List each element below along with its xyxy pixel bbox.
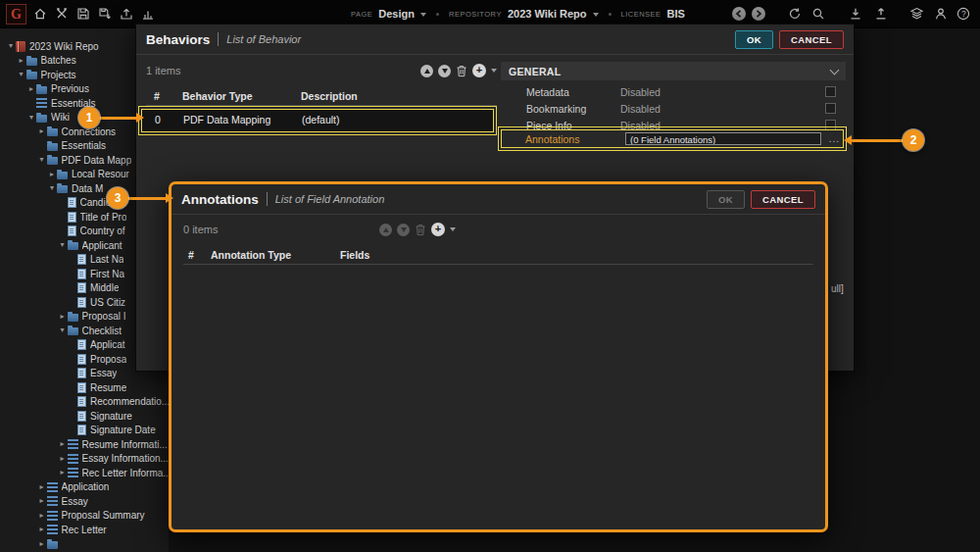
svg-text:?: ? [961,9,966,19]
items-count: 1 items [146,65,180,76]
tree-item[interactable]: ▸Rec Letter Informa... [0,466,169,480]
forward-button[interactable] [751,6,766,25]
annotations-property-label: Annotations [525,133,579,145]
chevron-collapsed-icon[interactable]: ▸ [58,455,68,463]
folder-icon [57,185,68,193]
items-count: 0 items [183,224,218,235]
column-header-description: Description [301,90,358,102]
tools-icon[interactable] [55,7,69,21]
separator-dot [436,13,439,16]
publish-icon[interactable] [120,7,133,21]
behaviors-dialog-subtitle: List of Behavior [226,33,301,45]
layers-icon[interactable] [909,7,924,25]
save-as-icon[interactable] [98,7,112,21]
tree-item[interactable]: ▸Essay [0,494,169,509]
tree-item[interactable]: Recommendatio... [0,395,169,410]
tree-item-label: Rec Letter [62,525,107,535]
chevron-expanded-icon[interactable]: ▾ [26,114,36,122]
move-up-button[interactable] [420,65,433,77]
page-dropdown-caret-icon[interactable] [420,13,426,17]
annotations-dialog-subtitle: List of Field Annotation [275,193,385,205]
behaviors-dialog-title: Behaviors [146,32,210,47]
download-icon[interactable] [849,7,862,25]
help-icon[interactable]: ? [956,7,970,25]
tree-item-label: Resume Informati... [82,439,168,450]
annotations-dialog-header: Annotations List of Field Annotation OK … [172,184,825,215]
callout-arrow-1 [98,117,137,120]
tree-item[interactable]: Signature [0,409,169,424]
doc-icon [77,354,86,365]
repository-field-value[interactable]: 2023 Wiki Repo [508,8,587,20]
chevron-collapsed-icon[interactable]: ▸ [47,171,57,178]
tree-item-label: Projects [41,70,76,80]
tree-item-label: US Citiz [90,297,125,308]
behaviors-table-header: # Behavior Type Description [146,87,497,106]
search-icon[interactable] [811,7,825,25]
folder-icon [57,172,68,179]
folder-icon [26,72,37,79]
refresh-icon[interactable] [788,7,802,25]
annotations-dialog: Annotations List of Field Annotation OK … [169,181,828,532]
tree-item[interactable]: ▸Essay Information... [0,452,169,467]
folder-icon [47,143,58,151]
tree-item-label: 2023 Wiki Repo [29,41,99,52]
user-icon[interactable] [934,7,948,25]
callout-badge-3: 3 [107,187,128,209]
stack-icon [36,98,47,108]
chevron-collapsed-icon[interactable]: ▸ [58,313,68,321]
chevron-expanded-icon[interactable]: ▾ [58,241,68,249]
title-divider [218,32,219,46]
chevron-collapsed-icon[interactable]: ▸ [58,469,68,477]
tree-item[interactable]: ▸Rec Letter [0,523,169,537]
chevron-collapsed-icon[interactable]: ▸ [58,440,68,448]
general-row-checkbox[interactable] [825,86,836,97]
move-down-button[interactable] [438,65,451,77]
tree-item[interactable]: Resume [0,380,169,395]
chevron-collapsed-icon[interactable]: ▸ [17,57,26,65]
title-divider [267,192,268,206]
doc-icon [77,396,86,407]
add-item-button[interactable] [472,64,486,77]
tree-item-label: Previous [51,83,89,94]
add-dropdown-caret-icon[interactable] [450,227,456,231]
home-icon[interactable] [33,7,47,21]
delete-icon[interactable] [456,65,467,77]
cancel-button[interactable]: CANCEL [751,190,815,209]
stack-icon [47,511,58,521]
tree-item[interactable]: ▸ [0,537,169,552]
chevron-collapsed-icon[interactable]: ▸ [37,540,47,548]
back-button[interactable] [731,6,747,25]
add-item-button[interactable] [431,223,445,236]
chevron-expanded-icon[interactable]: ▾ [6,42,16,50]
annotations-value-field[interactable]: (0 Field Annotations) [625,132,821,145]
annotations-more-button[interactable]: ... [829,135,840,143]
chevron-expanded-icon[interactable]: ▾ [37,156,47,164]
chevron-collapsed-icon[interactable]: ▸ [37,512,47,520]
chevron-expanded-icon[interactable]: ▾ [17,71,26,78]
tree-item-label: Middle [90,282,119,293]
chevron-expanded-icon[interactable]: ▾ [47,184,57,192]
app-logo[interactable]: G [6,4,26,25]
tree-item[interactable]: ▸Application [0,480,169,495]
tree-item[interactable]: Signature Date [0,424,169,438]
behavior-row-selected[interactable]: 0 PDF Data Mapping (default) [141,109,494,132]
tree-item[interactable]: ▸Proposal Summary [0,509,169,524]
chevron-expanded-icon[interactable]: ▾ [58,326,68,334]
callout-arrow-3 [126,197,167,200]
chevron-collapsed-icon[interactable]: ▸ [37,483,47,491]
chevron-collapsed-icon[interactable]: ▸ [26,85,36,93]
stack-icon [68,468,78,477]
chart-icon[interactable] [141,7,155,21]
general-row-checkbox[interactable] [825,103,836,114]
tree-item[interactable]: ▸Resume Informati... [0,437,169,452]
column-header-behavior-type: Behavior Type [182,90,253,102]
upload-icon[interactable] [874,7,888,25]
add-dropdown-caret-icon[interactable] [491,69,497,73]
annotations-property-row[interactable]: Annotations (0 Field Annotations) ... [501,129,844,148]
chevron-collapsed-icon[interactable]: ▸ [37,497,47,505]
page-field-value[interactable]: Design [378,8,415,20]
save-icon[interactable] [76,7,90,21]
repository-dropdown-caret-icon[interactable] [593,13,599,17]
chevron-collapsed-icon[interactable]: ▸ [37,526,47,533]
chevron-collapsed-icon[interactable]: ▸ [37,127,47,135]
